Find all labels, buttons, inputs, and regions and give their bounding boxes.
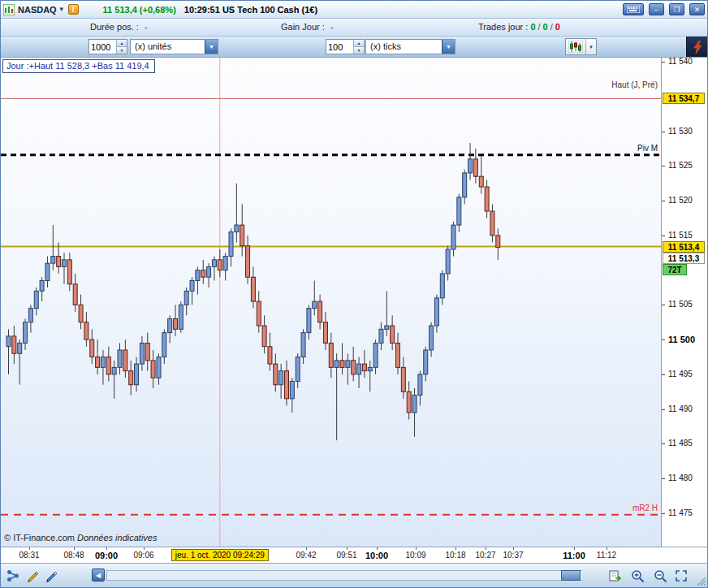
- chevron-down-icon[interactable]: ▼: [585, 39, 596, 54]
- y-tick-mark: [662, 478, 665, 479]
- candle: [40, 277, 44, 301]
- y-tick-label: 11 520: [668, 196, 693, 205]
- candle: [6, 329, 11, 374]
- position-duration: Durée pos. : -: [90, 22, 148, 32]
- pen-icon[interactable]: [24, 568, 41, 584]
- ticks-input[interactable]: [326, 40, 353, 54]
- candle: [218, 249, 222, 277]
- instrument-chart-icon: [3, 4, 15, 15]
- minimize-button[interactable]: –: [649, 3, 664, 15]
- chevron-down-icon[interactable]: ▼: [205, 40, 218, 54]
- price-axis[interactable]: 11 54011 53011 52511 52011 51511 50511 5…: [661, 58, 707, 547]
- quantity-unit-select[interactable]: (x) unités ▼: [130, 39, 218, 54]
- fit-screen-icon[interactable]: [673, 568, 689, 584]
- zoom-in-icon[interactable]: [629, 568, 645, 584]
- candle: [268, 333, 272, 371]
- last-price-tag: 11 513,3: [663, 253, 705, 264]
- trades-count-3: 0: [555, 22, 560, 32]
- instrument-selector[interactable]: NASDAQ ▼: [18, 5, 65, 15]
- x-tick-label: 08:31: [19, 551, 39, 560]
- cursor-datetime-tag: jeu. 1 oct. 2020 09:24:29: [171, 549, 269, 561]
- info-icon[interactable]: i: [68, 4, 79, 15]
- x-tick-mark: [455, 547, 456, 550]
- spin-down-icon[interactable]: ▼: [354, 46, 364, 54]
- quantity-input[interactable]: [89, 40, 116, 54]
- candle: [262, 315, 266, 353]
- candle: [45, 257, 50, 288]
- trades-separator: /: [550, 22, 553, 32]
- candle: [490, 204, 494, 242]
- candle: [396, 333, 400, 374]
- time-axis[interactable]: 08:3108:4809:0009:0609:4209:5110:0010:09…: [1, 547, 707, 563]
- candle: [207, 263, 211, 288]
- candle: [457, 194, 461, 232]
- spin-up-icon[interactable]: ▲: [117, 40, 127, 46]
- candle: [12, 326, 16, 364]
- x-tick-label: 10:37: [503, 551, 523, 560]
- scrollbar-track[interactable]: [106, 570, 582, 581]
- scroll-left-button[interactable]: ◀: [92, 569, 105, 582]
- spin-down-icon[interactable]: ▼: [117, 46, 127, 54]
- spin-up-icon[interactable]: ▲: [354, 40, 364, 46]
- x-tick-label: 10:27: [475, 551, 495, 560]
- candle: [335, 353, 339, 440]
- chevron-down-icon: ▼: [58, 6, 65, 13]
- candle: [274, 353, 278, 391]
- candle: [496, 228, 500, 259]
- candle: [201, 260, 205, 284]
- x-tick-label: 11:00: [563, 551, 585, 560]
- candle: [101, 350, 105, 385]
- copyright-text: © IT-Finance.com: [4, 533, 75, 543]
- candle: [296, 353, 300, 388]
- position-duration-label: Durée pos. :: [90, 22, 139, 32]
- candle: [151, 350, 155, 388]
- x-tick-mark: [74, 547, 75, 550]
- close-button[interactable]: ✕: [689, 3, 705, 15]
- scrollbar-thumb[interactable]: [561, 570, 581, 581]
- candle: [401, 357, 405, 399]
- lightning-icon: [693, 41, 702, 54]
- chevron-down-icon[interactable]: ▼: [442, 40, 455, 54]
- x-tick-mark: [29, 547, 30, 550]
- maximize-button[interactable]: ❐: [669, 3, 684, 15]
- y-tick-label: 11 530: [668, 127, 693, 136]
- candle: [79, 295, 83, 330]
- trades-count-1: 0: [530, 22, 535, 32]
- zoom-out-icon[interactable]: [652, 568, 668, 584]
- quantity-stepper[interactable]: ▲ ▼: [88, 39, 127, 54]
- ticks-stepper[interactable]: ▲ ▼: [326, 39, 365, 54]
- y-tick-label: 11 505: [668, 300, 693, 309]
- share-icon[interactable]: [5, 568, 21, 584]
- candle: [168, 315, 172, 343]
- keyboard-icon[interactable]: [623, 3, 644, 15]
- x-tick-mark: [486, 547, 486, 550]
- candle: [446, 246, 450, 281]
- day-gain-value: -: [330, 22, 334, 32]
- x-tick-mark: [377, 547, 378, 550]
- candle: [430, 322, 434, 357]
- y-tick-mark: [662, 132, 665, 132]
- fast-order-panel[interactable]: [686, 37, 707, 57]
- trades-count-2: 0: [543, 22, 548, 32]
- candle: [157, 353, 161, 384]
- reset-view-icon[interactable]: [607, 568, 623, 584]
- candle: [246, 236, 250, 284]
- candle: [174, 305, 178, 335]
- candle: [96, 339, 100, 374]
- chart-region: Jour :+Haut 11 528,3 +Bas 11 419,4 © IT-…: [1, 58, 707, 547]
- plot-area[interactable]: Jour :+Haut 11 528,3 +Bas 11 419,4 © IT-…: [1, 58, 661, 547]
- chart-type-button[interactable]: ▼: [565, 38, 597, 55]
- candle: [307, 305, 311, 339]
- candle: [340, 343, 344, 374]
- y-tick-label: 11 500: [668, 335, 695, 344]
- marker-icon[interactable]: [43, 568, 59, 584]
- candle: [279, 364, 283, 399]
- candle: [318, 295, 322, 330]
- ticks-unit-value: (x) ticks: [366, 40, 405, 54]
- ticks-unit-select[interactable]: (x) ticks ▼: [365, 39, 455, 54]
- x-tick-mark: [513, 547, 514, 550]
- candle: [434, 295, 438, 333]
- bottom-toolbar: ◀: [1, 563, 707, 587]
- resize-grip[interactable]: [695, 575, 706, 586]
- y-tick-label: 11 485: [668, 439, 693, 447]
